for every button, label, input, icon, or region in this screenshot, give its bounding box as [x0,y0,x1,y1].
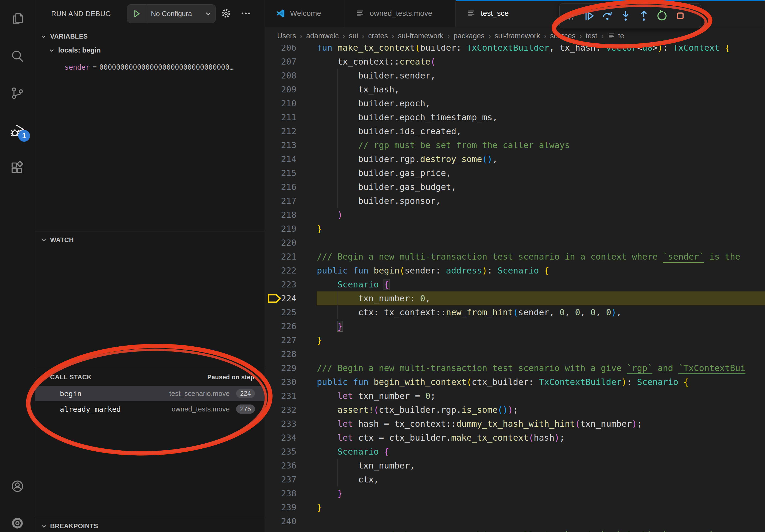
variable-equals: = [93,63,97,71]
views-more-actions-button[interactable] [239,7,252,20]
chevron-down-icon [40,33,47,40]
section-divider[interactable] [35,231,265,231]
breadcrumb-item[interactable]: crates [368,32,388,40]
debug-configuration-picker[interactable]: No Configura [127,4,216,23]
activity-bar-item-account[interactable] [0,471,35,501]
breadcrumb-item[interactable]: test [586,32,597,40]
code-line-239[interactable]: 239} [265,500,765,514]
code-line-212[interactable]: 212 builder.ids_created, [265,124,765,138]
breadcrumb-separator: › [544,32,546,40]
code-line-227[interactable]: 227} [265,333,765,347]
line-number: 226 [265,319,297,333]
line-number: 206 [265,45,297,55]
continue-button[interactable] [581,6,598,25]
code-line-213[interactable]: 213 // rgp must be set from the caller a… [265,138,765,152]
code-line-232[interactable]: 232 assert!(ctx_builder.rgp.is_some()); [265,403,765,417]
line-number: 229 [265,361,297,375]
breadcrumb-separator: › [488,32,491,40]
code-line-214[interactable]: 214 builder.rgp.destroy_some(), [265,152,765,166]
code-line-211[interactable]: 211 builder.epoch_timestamp_ms, [265,111,765,124]
code-line-230[interactable]: 230public fun begin_with_context(ctx_bui… [265,375,765,389]
line-number: 216 [265,180,297,194]
breadcrumb-item[interactable]: Users [277,32,296,40]
code-line-217[interactable]: 217 builder.sponsor, [265,194,765,208]
line-number: 210 [265,97,297,111]
editor-tab-welcome[interactable]: Welcome [265,0,345,27]
code-line-225[interactable]: 225 ctx: tx_context::new_from_hint(sende… [265,305,765,319]
code-line-206[interactable]: 206fun make_tx_context(builder: TxContex… [265,45,765,55]
code-line-238[interactable]: 238 } [265,486,765,500]
code-line-210[interactable]: 210 builder.epoch, [265,97,765,111]
activity-bar-item-extensions[interactable] [0,153,35,182]
line-number: 218 [265,208,297,222]
code-line-228[interactable]: 228 [265,347,765,361]
activity-bar-item-explorer[interactable] [0,4,35,33]
line-number: 211 [265,111,297,124]
breadcrumb-item[interactable]: sui-framework [494,32,540,40]
sidebar-title: RUN AND DEBUG [51,10,111,18]
search-icon [10,49,25,64]
configuration-dropdown-label[interactable]: No Configura [146,10,204,18]
tab-label: Welcome [290,9,321,18]
account-icon [10,479,25,493]
code-line-220[interactable]: 220 [265,236,765,250]
code-line-223[interactable]: 223 Scenario { [265,278,765,291]
stop-button[interactable] [672,6,689,25]
breadcrumb-file-item[interactable]: te [607,32,624,40]
code-line-235[interactable]: 235 Scenario { [265,445,765,459]
code-line-215[interactable]: 215 builder.gas_price, [265,166,765,180]
call-stack-frame-already_marked[interactable]: already_markedowned_tests.move275 [35,401,265,417]
variables-scope-row[interactable]: locals: begin [48,46,101,54]
watch-section-header[interactable]: WATCH [40,232,74,247]
line-number: 225 [265,305,297,319]
code-line-224[interactable]: 224 txn_number: 0, [265,291,765,305]
code-line-209[interactable]: 209 tx_hash, [265,83,765,97]
code-line-236[interactable]: 236 txn_number, [265,459,765,472]
code-line-219[interactable]: 219} [265,222,765,236]
breakpoints-section-header[interactable]: BREAKPOINTS [40,519,98,532]
code-line-text: /// Begin a new multi-transaction test s… [317,250,740,264]
code-line-233[interactable]: 233 let hash = tx_context::dummy_tx_hash… [265,417,765,431]
line-number: 213 [265,138,297,152]
code-editor[interactable]: 206fun make_tx_context(builder: TxContex… [265,45,765,532]
variable-row-sender[interactable]: sender = 0000000000000000000000000000000… [65,63,234,71]
breadcrumb-item[interactable]: sui [349,32,358,40]
code-line-231[interactable]: 231 let txn_number = 0; [265,389,765,403]
debug-toolbar-drag-handle[interactable] [562,6,579,25]
activity-bar-item-run-and-debug[interactable]: 1 [0,116,35,145]
code-line-207[interactable]: 207 tx_context::create( [265,55,765,69]
line-number: 217 [265,194,297,208]
code-line-text: /// Creates and shares system objects, a… [317,528,714,532]
code-line-234[interactable]: 234 let ctx = ctx_builder.make_tx_contex… [265,431,765,445]
call-stack-section-header[interactable]: CALL STACK Paused on step [40,370,260,385]
code-line-229[interactable]: 229/// Begin a new multi-transaction tes… [265,361,765,375]
activity-bar-item-source-control[interactable] [0,79,35,108]
code-line-237[interactable]: 237 ctx, [265,472,765,486]
section-divider[interactable] [35,517,265,517]
debug-settings-button[interactable] [220,7,232,20]
code-line-241[interactable]: 241/// Creates and shares system objects… [265,528,765,532]
breadcrumb-item[interactable]: sources [550,32,575,40]
code-line-216[interactable]: 216 builder.gas_budget, [265,180,765,194]
editor-group: Welcomeowned_tests.movetest_sce Users›ad… [265,0,765,532]
step-over-button[interactable] [599,6,616,25]
code-line-226[interactable]: 226 } [265,319,765,333]
code-line-222[interactable]: 222public fun begin(sender: address): Sc… [265,264,765,278]
activity-bar-item-settings-gear[interactable] [0,508,35,532]
step-out-button[interactable] [635,6,652,25]
breadcrumb-item[interactable]: packages [453,32,485,40]
code-line-240[interactable]: 240 [265,514,765,528]
start-debugging-button[interactable] [127,5,146,23]
call-stack-frame-begin[interactable]: begintest_scenario.move224 [35,386,265,401]
breadcrumb-separator: › [447,32,450,40]
variables-section-header[interactable]: VARIABLES [40,29,88,44]
step-into-button[interactable] [617,6,634,25]
code-line-208[interactable]: 208 builder.sender, [265,69,765,83]
breadcrumb-item[interactable]: adamwelc [306,32,339,40]
code-line-221[interactable]: 221/// Begin a new multi-transaction tes… [265,250,765,264]
activity-bar-item-search[interactable] [0,41,35,71]
restart-button[interactable] [653,6,671,25]
code-line-218[interactable]: 218 ) [265,208,765,222]
editor-tab-owned-tests-move[interactable]: owned_tests.move [345,0,455,27]
breadcrumb-item[interactable]: sui-framework [398,32,443,40]
